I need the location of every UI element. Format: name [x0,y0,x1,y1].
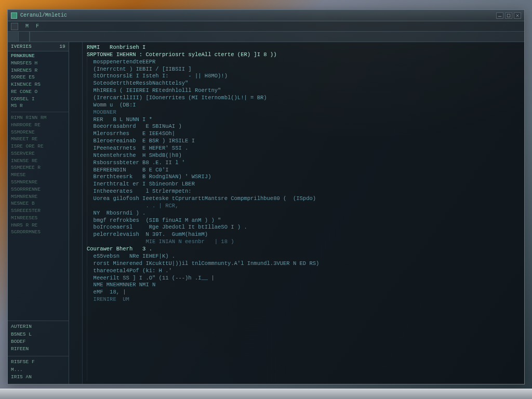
code-line: NME MNEHMNNER NMI N [87,282,521,289]
code-line: MOOBNER [87,109,521,116]
sidebar-item[interactable]: SGRORRMNES [11,229,69,236]
code-line: RER B L NUNN I * [87,116,521,124]
code-line: bmgf refrokbes (SIB finuAI M anM ) ) " [87,217,521,224]
sidebar-item[interactable]: MRESE [11,171,69,179]
code-line: StOrtnosrslE I Isteh I: - || H8MO)!) [87,73,521,80]
close-button[interactable] [514,12,521,19]
menu-item-0[interactable]: M [25,23,29,29]
code-line: Uorea gilofosh Ieeteske tCprurarttMantsr… [87,195,521,203]
code-line: Mlerosrrhes E IEE4SOh| [87,130,521,138]
sidebar-header: IVERIES 19 [8,42,69,51]
sidebar-header-label: IVERIES [11,44,32,49]
sidebar-item[interactable]: CORSEL I [11,96,69,103]
code-line: MhIREEs ( IEIEREI REtednhlolll Roertny" [87,87,521,95]
editor-content[interactable]: RNMI Ronbriseh ISRPTONHE IHEHRN : Coterp… [83,42,524,384]
menubar: M F [8,21,524,32]
code-line: BEFREENDIN B E C0'I [87,167,521,174]
menu-item-1[interactable]: F [36,23,39,29]
sidebar-item[interactable]: SSREEESTER [11,207,69,215]
sidebar-item[interactable]: RIMN RINN RM [11,114,69,122]
tabbar [8,32,524,42]
sidebar-item[interactable]: SSMORENE [11,129,69,136]
app-icon [11,12,17,19]
sidebar-item[interactable]: SSMEEMEE R [11,164,69,171]
editor[interactable]: RNMI Ronbriseh ISRPTONHE IHEHRN : Coterp… [69,42,524,384]
code-line: Intheeerates l Strlermpetn: [87,188,521,195]
sidebar-item[interactable]: BSNES L [11,331,65,338]
sidebar-item[interactable]: PRNKRUNE [11,52,69,60]
tab-1[interactable] [19,32,30,42]
sidebar-item[interactable]: SOREE ES [11,74,69,81]
code-line: pelerrelevaish N 39T. GumM(haimM) [87,231,521,238]
sidebar-item[interactable]: HNRS R RE [11,222,69,229]
code-line: Meeerilt SS ] I .O" (11 (---)h .I__ | [87,275,521,282]
sidebar-item[interactable]: IRIS AN [11,374,65,381]
sidebar-item[interactable]: MNREET RE [11,136,69,143]
tab-0[interactable] [8,32,19,42]
code-line: Courawer Bherh 3 . [87,246,521,253]
sidebar-item[interactable]: SSORRRENNE [11,186,69,193]
sidebar-item[interactable]: RIFEEN [11,345,65,353]
sidebar-item[interactable]: MNRSFES H [11,60,69,67]
sidebar-item[interactable]: MSMNRENRE [11,193,69,201]
sidebar-item[interactable]: NESNEE B [11,200,69,207]
code-line: eMF 18, | [87,289,521,296]
monitor-bezel [0,389,532,399]
sidebar-item[interactable]: AUTERIN [11,323,65,330]
code-line: Womm u (DB:I [87,102,521,109]
code-line: Inerthtralt er I Sbineonbr LBER [87,181,521,188]
titlebar: Ceranul/Mnletic [8,10,524,21]
sidebar-item[interactable]: SSMNRENRE [11,179,69,186]
sidebar-item[interactable]: ISRE ORE RE [11,143,69,150]
sidebar-item[interactable]: HNRRORE RE [11,122,69,129]
code-line: rorst Minerened IKcukttU|))il tnlCommnun… [87,260,521,268]
sidebar-item[interactable]: M... [11,366,65,374]
toolbar-icon[interactable] [11,23,18,30]
sidebar-list-top: PRNKRUNEMNRSFES HINRENES RSOREE ESKINENC… [8,51,69,321]
sidebar-item[interactable]: INRENES R [11,67,69,74]
code-line: SRPTONHE IHEHRN : Coterpriosrt syleAll c… [87,51,521,59]
code-line: Brerthteesrk B RodngINAN) ' WSRIJ) [87,174,521,181]
code-line: SoteodetrthteRessbNachttelsy" [87,80,521,87]
sidebar-item[interactable]: SSERVERE [11,150,69,157]
sidebar-item[interactable]: KINENCE RS [11,81,69,88]
code-line: thareoetal4Pof (ki: H .' [87,268,521,275]
code-line: boIrcoeaersl Rge Jbedotl It btIllaeSO I … [87,224,521,231]
sidebar-section-2: AUTERINBSNES LBODEFRIFEEN [8,321,69,356]
code-line: . . | RCR, [87,203,521,210]
sidebar-item[interactable]: MS R [11,102,69,110]
code-line: Boeorrasabnrd E SBINuAI ) [87,123,521,130]
code-line: eS5vebsn NRe IEHEF|K) . [87,253,521,260]
code-line: Bleroereainab E BSR ) IRSILE I [87,138,521,145]
maximize-button[interactable] [505,12,512,19]
sidebar: IVERIES 19 PRNKRUNEMNRSFES HINRENES RSOR… [8,42,69,384]
code-line: RNMI Ronbriseh I [87,44,521,51]
code-line: mosppenertendteEEPR [87,59,521,66]
code-line: IPeeneatrnets E HEFER' SSI . [87,145,521,152]
code-line: (IrercartllIII) [IOonerrites (MI Iternom… [87,95,521,102]
code-line: (Inerrctnt ) IEBII / [IIBSII ] [87,66,521,73]
body: IVERIES 19 PRNKRUNEMNRSFES HINRENES RSOR… [8,42,524,384]
code-line: IRENIRE UM [87,296,521,303]
app-window: Ceranul/Mnletic M F IVERIES 19 PRNKRUNE [7,9,525,384]
code-line: Nteentehrsthe H SHbdB(|h8) [87,152,521,159]
sidebar-item[interactable]: INENSE RE [11,157,69,165]
tabbar-remainder [30,32,524,42]
sidebar-header-value: 19 [60,44,65,49]
code-line: Rsbosrssbteter B8 .E. II l ' [87,159,521,167]
sidebar-item[interactable]: MINREESES [11,215,69,222]
editor-gutter [69,42,83,384]
code-line: NY Rbosrndi ) . [87,210,521,217]
sidebar-item[interactable]: BODEF [11,338,65,345]
sidebar-item[interactable]: RE CONE O [11,88,69,96]
sidebar-footer: RISFSE FM...IRIS AN [8,356,69,384]
minimize-button[interactable] [496,12,503,19]
svg-rect-0 [507,14,510,17]
sidebar-item[interactable]: RISFSE F [11,358,65,366]
window-title: Ceranul/Mnletic [20,12,67,18]
code-line: MIE INIAN N eesnbr | 18 ) [87,238,521,246]
